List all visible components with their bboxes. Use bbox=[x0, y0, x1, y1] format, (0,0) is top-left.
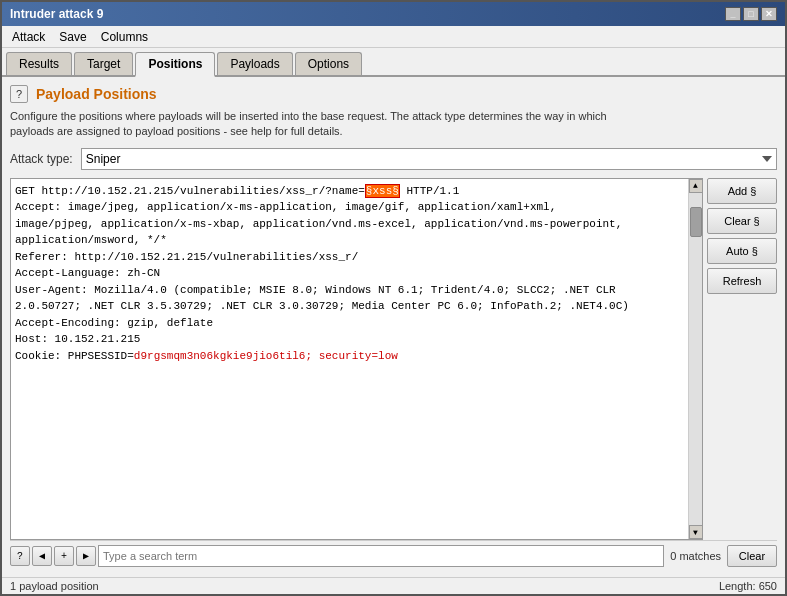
tab-payloads[interactable]: Payloads bbox=[217, 52, 292, 75]
window-title: Intruder attack 9 bbox=[10, 7, 103, 21]
search-bar: ? ◀ + ▶ 0 matches Clear bbox=[10, 540, 777, 569]
add-section-button[interactable]: Add § bbox=[707, 178, 777, 204]
request-line1: GET http://10.152.21.215/vulnerabilities… bbox=[15, 184, 629, 362]
length-display: Length: 650 bbox=[719, 580, 777, 592]
menu-save[interactable]: Save bbox=[53, 28, 92, 46]
menu-attack[interactable]: Attack bbox=[6, 28, 51, 46]
menu-bar: Attack Save Columns bbox=[2, 26, 785, 48]
clear-section-button[interactable]: Clear § bbox=[707, 208, 777, 234]
request-text[interactable]: GET http://10.152.21.215/vulnerabilities… bbox=[11, 179, 688, 539]
tab-results[interactable]: Results bbox=[6, 52, 72, 75]
status-bar: 1 payload position Length: 650 bbox=[2, 577, 785, 594]
section-title: Payload Positions bbox=[36, 86, 157, 102]
scroll-thumb[interactable] bbox=[690, 207, 702, 237]
tab-bar: Results Target Positions Payloads Option… bbox=[2, 48, 785, 77]
attack-type-select[interactable]: Sniper Battering ram Pitchfork Cluster b… bbox=[81, 148, 777, 170]
close-button[interactable]: ✕ bbox=[761, 7, 777, 21]
payload-position-count: 1 payload position bbox=[10, 580, 99, 592]
clear-search-button[interactable]: Clear bbox=[727, 545, 777, 567]
section-description: Configure the positions where payloads w… bbox=[10, 109, 777, 140]
section-header: ? Payload Positions bbox=[10, 85, 777, 103]
main-panel: GET http://10.152.21.215/vulnerabilities… bbox=[10, 178, 777, 540]
minimize-button[interactable]: _ bbox=[725, 7, 741, 21]
prev-match-button[interactable]: ◀ bbox=[32, 546, 52, 566]
help-search-icon[interactable]: ? bbox=[10, 546, 30, 566]
request-text-wrapper: GET http://10.152.21.215/vulnerabilities… bbox=[11, 179, 702, 539]
menu-columns[interactable]: Columns bbox=[95, 28, 154, 46]
cookie-value: d9rgsmqm3n06kgkie9jio6til6; security=low bbox=[134, 350, 398, 362]
request-area: GET http://10.152.21.215/vulnerabilities… bbox=[10, 178, 703, 540]
main-window: Intruder attack 9 _ □ ✕ Attack Save Colu… bbox=[0, 0, 787, 596]
content-area: ? Payload Positions Configure the positi… bbox=[2, 77, 785, 577]
attack-type-label: Attack type: bbox=[10, 152, 73, 166]
tab-positions[interactable]: Positions bbox=[135, 52, 215, 77]
tab-target[interactable]: Target bbox=[74, 52, 133, 75]
matches-count: 0 matches bbox=[666, 550, 725, 562]
title-bar: Intruder attack 9 _ □ ✕ bbox=[2, 2, 785, 26]
right-buttons: Add § Clear § Auto § Refresh bbox=[707, 178, 777, 540]
scroll-up-arrow[interactable]: ▲ bbox=[689, 179, 703, 193]
attack-type-row: Attack type: Sniper Battering ram Pitchf… bbox=[10, 148, 777, 170]
help-icon[interactable]: ? bbox=[10, 85, 28, 103]
scroll-down-arrow[interactable]: ▼ bbox=[689, 525, 703, 539]
search-input[interactable] bbox=[98, 545, 664, 567]
tab-options[interactable]: Options bbox=[295, 52, 362, 75]
refresh-button[interactable]: Refresh bbox=[707, 268, 777, 294]
highlight-xss: §xss§ bbox=[365, 184, 400, 198]
auto-section-button[interactable]: Auto § bbox=[707, 238, 777, 264]
next-match-button[interactable]: ▶ bbox=[76, 546, 96, 566]
next-match-button-plus[interactable]: + bbox=[54, 546, 74, 566]
vertical-scrollbar[interactable]: ▲ ▼ bbox=[688, 179, 702, 539]
window-controls: _ □ ✕ bbox=[725, 7, 777, 21]
maximize-button[interactable]: □ bbox=[743, 7, 759, 21]
